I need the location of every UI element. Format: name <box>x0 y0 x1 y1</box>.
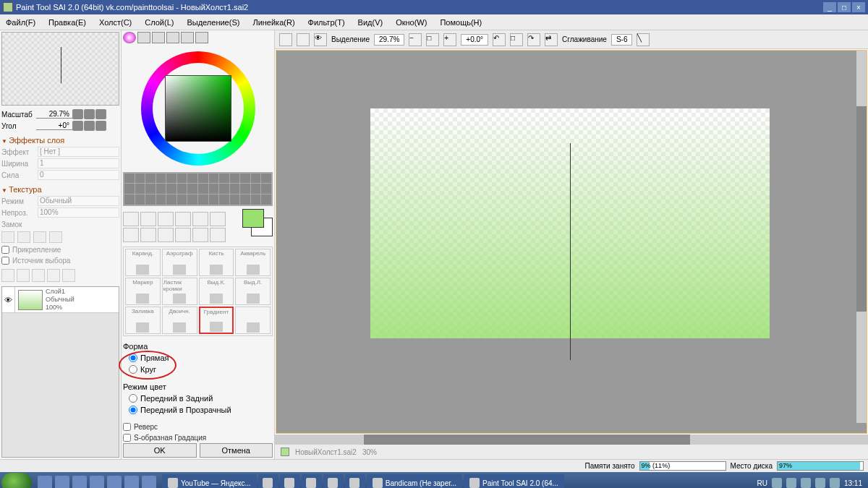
new-layer-button[interactable] <box>1 269 14 282</box>
swatch-grid[interactable] <box>123 172 273 206</box>
color-swatch-tab[interactable] <box>181 32 194 43</box>
lasso-tool[interactable] <box>140 212 156 226</box>
rotate-cw-button[interactable] <box>95 121 106 131</box>
vertical-scrollbar[interactable] <box>856 51 867 423</box>
eyedropper-tool[interactable] <box>158 228 174 242</box>
lock-alpha-button[interactable] <box>49 231 62 243</box>
shape-circle-radio[interactable] <box>129 365 137 374</box>
color-wheel-tab[interactable] <box>123 32 136 43</box>
color-mixer-tab[interactable] <box>166 32 179 43</box>
menu-edit[interactable]: Правка(E) <box>48 18 86 27</box>
nav-back-button[interactable] <box>279 33 292 46</box>
quicklaunch-6[interactable] <box>124 476 139 488</box>
brush-pencil[interactable]: Каранд. <box>125 249 161 276</box>
lock-position-button[interactable] <box>33 231 46 243</box>
language-indicator[interactable]: RU <box>757 479 767 487</box>
rotate-tool[interactable] <box>140 228 156 242</box>
rotate-reset-button[interactable] <box>84 121 95 131</box>
menu-window[interactable]: Окно(W) <box>396 18 427 27</box>
task-app-1[interactable] <box>258 474 278 488</box>
shape-line-radio[interactable] <box>129 354 137 362</box>
tray-icon-2[interactable] <box>786 478 796 488</box>
zoom-field[interactable]: 29.7% <box>374 34 404 46</box>
color-hsv-tab[interactable] <box>152 32 165 43</box>
fg-bg-radio[interactable] <box>129 394 137 403</box>
menu-filter[interactable]: Фильтр(T) <box>308 18 345 27</box>
move-tool[interactable] <box>175 212 191 226</box>
brush-empty[interactable] <box>235 307 271 334</box>
nav-fwd-button[interactable] <box>297 33 310 46</box>
flip-h-icon[interactable]: ⇄ <box>545 33 558 46</box>
fg-tr-radio[interactable] <box>129 406 137 414</box>
zoom-out-button[interactable] <box>72 109 83 119</box>
rotate-ccw-button[interactable] <box>72 121 83 131</box>
layer-list[interactable]: 👁 Слой1 Обычный 100% <box>1 286 119 458</box>
wand-tool[interactable] <box>158 212 174 226</box>
rot-cw-icon[interactable]: ↷ <box>527 33 540 46</box>
effect-strength-input[interactable]: 0 <box>38 170 119 180</box>
quicklaunch-1[interactable] <box>38 476 52 488</box>
start-button[interactable] <box>1 473 32 488</box>
brush-selerase[interactable]: Выд.Л. <box>235 278 271 305</box>
crop-tool[interactable] <box>175 228 191 242</box>
menu-help[interactable]: Помощь(H) <box>440 18 482 27</box>
new-folder-button[interactable] <box>17 269 30 282</box>
texture-header[interactable]: Текстура <box>1 185 119 194</box>
minimize-button[interactable]: _ <box>823 2 836 12</box>
ok-button[interactable]: OK <box>123 443 197 458</box>
brush-watercolor[interactable]: Акварель <box>235 249 271 276</box>
delete-layer-button[interactable] <box>47 269 60 282</box>
quicklaunch-4[interactable] <box>90 476 104 488</box>
quicklaunch-7[interactable] <box>142 476 156 488</box>
layer-effects-header[interactable]: Эффекты слоя <box>1 136 119 145</box>
brush-airbrush[interactable]: Аэрограф <box>162 249 197 276</box>
brush-eraser[interactable]: Ластик кромки <box>162 278 197 305</box>
scurve-checkbox[interactable] <box>123 434 131 442</box>
menu-view[interactable]: Вид(V) <box>358 18 383 27</box>
rot-reset-icon[interactable]: □ <box>510 33 523 46</box>
task-app-3[interactable] <box>302 474 322 488</box>
menu-canvas[interactable]: Холст(C) <box>99 18 132 27</box>
lock-pixels-button[interactable] <box>17 231 30 243</box>
brush-bucket[interactable]: Заливка <box>125 307 161 334</box>
task-app-4[interactable] <box>323 474 344 488</box>
zoom-out-icon[interactable]: − <box>409 33 422 46</box>
pen-tool[interactable] <box>210 228 226 242</box>
task-app-5[interactable] <box>345 474 365 488</box>
menu-ruler[interactable]: Линейка(R) <box>252 18 294 27</box>
color-scratch-tab[interactable] <box>195 32 208 43</box>
menu-selection[interactable]: Выделение(S) <box>187 18 239 27</box>
maximize-button[interactable]: □ <box>838 2 851 12</box>
smoothing-field[interactable]: S-6 <box>611 34 633 46</box>
tray-icon-1[interactable] <box>772 478 782 488</box>
tray-icon-3[interactable] <box>801 478 811 488</box>
quicklaunch-3[interactable] <box>72 476 87 488</box>
visibility-toggle[interactable]: 👁 <box>2 287 15 312</box>
canvas[interactable] <box>370 108 770 338</box>
task-app-2[interactable] <box>280 474 300 488</box>
effect-width-input[interactable]: 1 <box>38 158 119 168</box>
brush-selpen[interactable]: Выд.К. <box>199 278 234 305</box>
opacity-input[interactable]: 100% <box>38 207 119 218</box>
angle-value[interactable]: +0° <box>36 121 72 130</box>
visibility-icon[interactable]: 👁 <box>314 33 327 46</box>
clock[interactable]: 13:11 <box>844 479 862 487</box>
blend-mode-select[interactable]: Обычный <box>38 196 119 206</box>
color-square[interactable] <box>165 75 231 142</box>
zoom-reset-button[interactable] <box>84 109 95 119</box>
doc-name[interactable]: НовыйХолст1.sai2 <box>295 448 357 456</box>
menu-file[interactable]: Файл(F) <box>6 18 35 27</box>
angle-field[interactable]: +0.0° <box>461 34 488 46</box>
canvas-viewport[interactable] <box>276 50 867 434</box>
task-youtube[interactable]: YouTube — Яндекс... <box>162 474 257 488</box>
close-button[interactable]: × <box>852 2 865 12</box>
zoom-tool[interactable] <box>192 212 208 226</box>
cancel-button[interactable]: Отмена <box>200 443 273 458</box>
rot-ccw-icon[interactable]: ↶ <box>493 33 506 46</box>
clear-layer-button[interactable] <box>62 269 75 282</box>
brush-binary[interactable]: Двоичн. <box>162 307 197 334</box>
scale-value[interactable]: 29.7% <box>36 110 72 119</box>
effect-select[interactable]: [ Нет ] <box>38 147 119 157</box>
horizontal-scrollbar[interactable] <box>275 435 868 445</box>
line-tool-icon[interactable]: ╲ <box>637 33 650 46</box>
